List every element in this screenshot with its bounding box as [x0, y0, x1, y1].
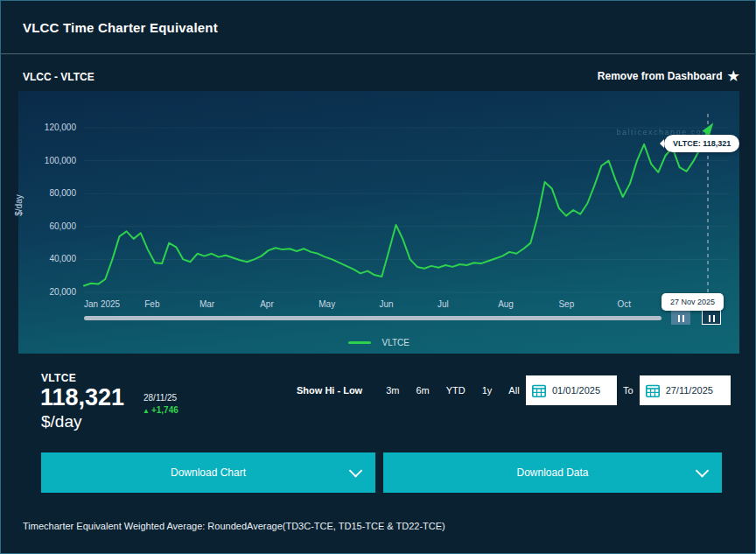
footer-note: Timecharter Equivalent Weighted Average:… — [23, 521, 445, 531]
legend-label: VLTCE — [382, 338, 410, 347]
stat-change-value: +1,746 — [151, 405, 178, 415]
svg-text:Jun: Jun — [380, 299, 394, 309]
pause-icon — [707, 310, 716, 326]
chart-scrollbar[interactable] — [84, 316, 662, 320]
chevron-down-icon — [349, 464, 363, 478]
value-tooltip-text: VLTCE: 118,321 — [673, 139, 731, 148]
show-hi-low-toggle[interactable]: Show Hi - Low — [297, 385, 362, 396]
svg-text:Feb: Feb — [144, 299, 160, 309]
up-arrow-icon: ▲ — [143, 407, 150, 415]
stat-date: 28/11/25 — [144, 393, 177, 403]
value-tooltip: VLTCE: 118,321 — [664, 135, 739, 152]
svg-text:20,000: 20,000 — [49, 287, 76, 297]
date-to-value: 27/11/2025 — [666, 385, 713, 396]
range-6m[interactable]: 6m — [416, 385, 429, 396]
stat-series-label: VLTCE — [41, 372, 76, 384]
svg-text:60,000: 60,000 — [49, 221, 76, 231]
date-range-picker: 01/01/2025 To 27/11/2025 — [526, 375, 731, 405]
svg-text:80,000: 80,000 — [49, 188, 76, 198]
remove-from-dashboard-button[interactable]: Remove from Dashboard ★ — [598, 69, 739, 82]
widget-title: VLCC - VLTCE — [23, 71, 94, 83]
star-icon: ★ — [728, 69, 739, 82]
download-data-label: Download Data — [516, 466, 588, 479]
chevron-down-icon — [696, 464, 710, 478]
divider — [1, 53, 755, 54]
page-title: VLCC Time Charter Equivalent — [23, 20, 218, 35]
range-1y[interactable]: 1y — [482, 385, 493, 396]
range-all[interactable]: All — [508, 385, 519, 396]
svg-text:Jul: Jul — [438, 299, 449, 309]
legend-swatch — [348, 341, 371, 344]
svg-text:Jan 2025: Jan 2025 — [84, 299, 121, 309]
dashboard-page: VLCC Time Charter Equivalent VLCC - VLTC… — [0, 0, 756, 554]
date-tooltip: 27 Nov 2025 — [662, 293, 724, 311]
calendar-icon — [646, 384, 660, 397]
date-to-input[interactable]: 27/11/2025 — [640, 375, 731, 405]
svg-text:Apr: Apr — [260, 299, 274, 309]
chart-panel: $/day balticexchange.com 20,00040,00060,… — [18, 91, 739, 354]
date-from-value: 01/01/2025 — [552, 385, 600, 396]
stat-change: ▲+1,746 — [143, 405, 178, 415]
tce-line-chart[interactable]: 20,00040,00060,00080,000100,000120,000Ja… — [18, 91, 739, 354]
pause-icon — [676, 310, 685, 326]
remove-from-dashboard-label: Remove from Dashboard — [598, 70, 723, 82]
scrollbar-button-1[interactable] — [671, 310, 690, 325]
download-chart-label: Download Chart — [171, 466, 246, 479]
range-3m[interactable]: 3m — [386, 385, 399, 396]
legend-item-vltce[interactable]: VLTCE — [18, 334, 739, 350]
range-selector: Show Hi - Low 3m 6m YTD 1y All — [297, 385, 520, 396]
svg-text:May: May — [318, 299, 335, 309]
svg-text:Sep: Sep — [558, 299, 574, 309]
svg-text:Oct: Oct — [617, 299, 631, 309]
svg-text:Aug: Aug — [498, 299, 514, 309]
date-from-input[interactable]: 01/01/2025 — [526, 375, 617, 405]
svg-text:120,000: 120,000 — [45, 123, 77, 132]
download-chart-button[interactable]: Download Chart — [41, 452, 375, 493]
calendar-icon — [532, 384, 546, 397]
range-ytd[interactable]: YTD — [446, 385, 466, 396]
svg-text:40,000: 40,000 — [49, 254, 76, 263]
svg-text:Mar: Mar — [200, 299, 215, 309]
stat-value: 118,321 — [40, 384, 124, 411]
svg-text:100,000: 100,000 — [45, 156, 77, 165]
scrollbar-button-2[interactable] — [702, 310, 721, 325]
to-label: To — [623, 385, 634, 396]
stat-unit: $/day — [41, 412, 81, 431]
download-data-button[interactable]: Download Data — [383, 452, 722, 493]
